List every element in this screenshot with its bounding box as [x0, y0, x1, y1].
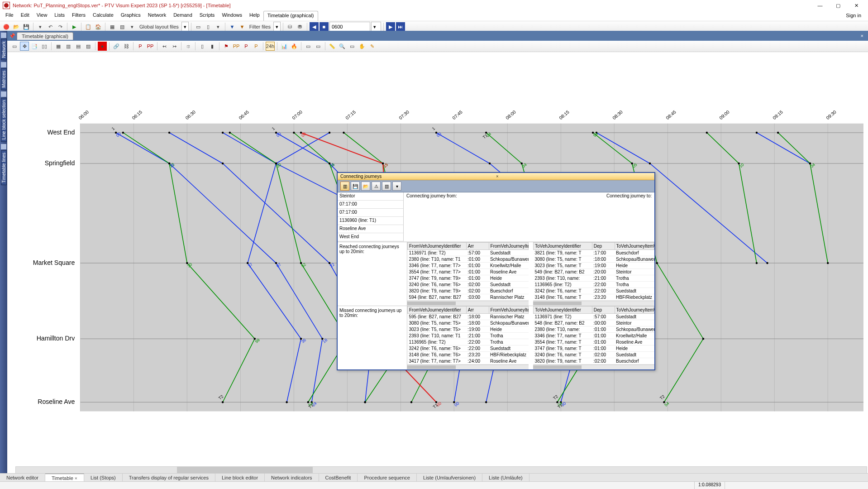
- table-row[interactable]: 3080 (line: T5, name: T5>:18:00Schkopau/…: [408, 320, 529, 326]
- tt-link-icon[interactable]: 🔗: [112, 42, 121, 51]
- tt-pan-icon[interactable]: ✋: [358, 42, 367, 51]
- tt-flag1-icon[interactable]: ⚑: [222, 42, 231, 51]
- hscroll[interactable]: [533, 301, 654, 306]
- tt-ruler-icon[interactable]: 📏: [328, 42, 337, 51]
- menu-windows[interactable]: Windows: [218, 11, 246, 21]
- menu-scripts[interactable]: Scripts: [196, 11, 219, 21]
- tt-cursor-icon[interactable]: ▭: [10, 42, 19, 51]
- cj-close-icon[interactable]: ×: [496, 174, 652, 179]
- table-row[interactable]: 3821 (line: T9, name: T:17:00Bueschdorf: [534, 250, 654, 256]
- table-row[interactable]: 3554 (line: T7, name: T7>:01:00Roseline …: [408, 269, 529, 275]
- hscroll[interactable]: [407, 301, 529, 306]
- paste-icon[interactable]: 📋: [84, 22, 93, 31]
- tt-sel-icon[interactable]: ▭: [348, 42, 357, 51]
- pin-icon[interactable]: 📌: [9, 33, 15, 39]
- sidebar-icon[interactable]: [1, 144, 6, 149]
- btab-transfers[interactable]: Transfers display of regular services: [123, 474, 215, 482]
- time-prev-icon[interactable]: ◀: [310, 22, 319, 31]
- stringline-chart[interactable]: 06:0006:1506:3006:4507:0007:1507:3007:45…: [7, 52, 868, 474]
- btab-costbenefit[interactable]: CostBenefit: [319, 474, 358, 482]
- redo-icon[interactable]: ↷: [56, 22, 65, 31]
- funnel2-icon[interactable]: ▼: [238, 22, 247, 31]
- time-play-icon[interactable]: ▶: [386, 22, 395, 31]
- cj-missed-to-table[interactable]: ToVehJourneyIdentifierDepToVehJourneyIte…: [533, 306, 654, 364]
- time-stop-icon[interactable]: ■: [320, 22, 329, 31]
- new-icon[interactable]: 🔴: [2, 22, 11, 31]
- grid-icon[interactable]: ▦: [108, 22, 117, 31]
- cj-titlebar[interactable]: Connecting journeys ×: [338, 173, 654, 180]
- menu-timetable-graphical[interactable]: Timetable (graphical): [263, 11, 318, 21]
- table-row[interactable]: 595 (line: B27, name: B27:18:00Rannische…: [408, 314, 529, 320]
- grid2-icon[interactable]: ▧: [118, 22, 127, 31]
- cj-reached-from-table[interactable]: FromVehJourneyIdentifierArrFromVehJourne…: [407, 242, 529, 301]
- menu-edit[interactable]: Edit: [17, 11, 33, 21]
- filter2-icon[interactable]: ▯: [204, 22, 213, 31]
- home-icon[interactable]: 🏠: [94, 22, 103, 31]
- table-row[interactable]: 3023 (line: T5, name: T5>:19:00Heide: [408, 326, 529, 333]
- menu-network[interactable]: Network: [144, 11, 170, 21]
- table-row[interactable]: 3820 (line: T9, name: T9>:02:00Bueschdor…: [408, 288, 529, 294]
- filter-dropdown[interactable]: ▾: [273, 22, 281, 32]
- menu-view[interactable]: View: [33, 11, 51, 21]
- btab-lineblock[interactable]: Line block editor: [215, 474, 265, 482]
- sidebar-tab-matrices[interactable]: Matrices: [1, 68, 7, 90]
- tt-vgrid1-icon[interactable]: ▯: [198, 42, 207, 51]
- tt-grid3-icon[interactable]: ▤: [74, 42, 83, 51]
- dropdown-icon[interactable]: ▾: [36, 22, 45, 31]
- tt-grid2-icon[interactable]: ▥: [64, 42, 73, 51]
- tt-chart-icon[interactable]: 📊: [280, 42, 289, 51]
- menu-graphics[interactable]: Graphics: [117, 11, 144, 21]
- options-icon[interactable]: ▾: [128, 22, 137, 31]
- cj-tool-select-icon[interactable]: ▥: [340, 182, 349, 191]
- sidebar-icon[interactable]: [1, 62, 6, 67]
- db-icon[interactable]: ⛁: [286, 22, 295, 31]
- chart-hscroll[interactable]: [15, 466, 867, 474]
- table-row[interactable]: 594 (line: B27, name: B27:03:00Rannische…: [408, 294, 529, 301]
- tt-columns-icon[interactable]: ⎅: [184, 42, 193, 51]
- play-icon[interactable]: ▶: [70, 22, 79, 31]
- table-row[interactable]: 3417 (line: T7, name: T7>:24:00Roseline …: [408, 358, 529, 364]
- tt-vgrid2-icon[interactable]: ▮: [208, 42, 217, 51]
- tt-record-icon[interactable]: ●: [98, 42, 107, 51]
- table-row[interactable]: 3747 (line: T9, name: T9>:01:00Heide: [408, 275, 529, 282]
- table-row[interactable]: 2380 (line: T10, name::01:00Schkopau/Bun…: [534, 326, 654, 333]
- cj-tool-save-icon[interactable]: 💾: [351, 182, 360, 191]
- table-row[interactable]: 1136965 (line: T2):22:00Trotha: [408, 339, 529, 345]
- tt-notes-icon[interactable]: 📑: [30, 42, 39, 51]
- table-row[interactable]: 1136971 (line: T2):57:00Suedstadt: [408, 250, 529, 256]
- table-row[interactable]: 3148 (line: T6, name: T6>:23:20HBF/Riebe…: [408, 352, 529, 358]
- filter-icon[interactable]: ▭: [194, 22, 203, 31]
- cj-tool-open-icon[interactable]: 📂: [361, 182, 370, 191]
- tt-span-left-icon[interactable]: ↢: [160, 42, 169, 51]
- hscroll[interactable]: [407, 364, 529, 369]
- tt-pp4-icon[interactable]: P: [242, 42, 251, 51]
- table-row[interactable]: 3346 (line: T7, name: T:01:00Kroellwitz/…: [534, 333, 654, 339]
- table-row[interactable]: 2380 (line: T10, name: T1:01:00Schkopau/…: [408, 256, 529, 263]
- sidebar-tab-timetable-lines[interactable]: Timetable lines: [1, 150, 7, 185]
- btab-indicators[interactable]: Network indicators: [265, 474, 319, 482]
- tab-timetable[interactable]: Timetable (graphical): [17, 32, 73, 40]
- btab-umlaufver[interactable]: Liste (Umlaufversionen): [417, 474, 482, 482]
- table-row[interactable]: 3747 (line: T9, name: T:01:00Heide: [534, 345, 654, 352]
- table-row[interactable]: 548 (line: B27, name: B2:00:00Steintor: [534, 320, 654, 326]
- sidebar-tab-network[interactable]: Network: [1, 39, 7, 60]
- tt-hand-icon[interactable]: ✥: [20, 42, 29, 51]
- table-row[interactable]: 3240 (line: T6, name: T6>:02:00Suedstadt: [408, 282, 529, 288]
- save-icon[interactable]: 💾: [22, 22, 31, 31]
- tt-pp2-icon[interactable]: PP: [146, 42, 155, 51]
- table-row[interactable]: 1136965 (line: T2):22:00Trotha: [534, 282, 654, 288]
- tt-fire-icon[interactable]: 🔥: [290, 42, 299, 51]
- db2-icon[interactable]: ⛃: [296, 22, 305, 31]
- time-next-icon[interactable]: ⏭: [396, 22, 405, 31]
- funnel-icon[interactable]: ▼: [228, 22, 237, 31]
- table-row[interactable]: 3023 (line: T5, name: T:19:00Heide: [534, 263, 654, 269]
- menu-demand[interactable]: Demand: [170, 11, 196, 21]
- tt-box2-icon[interactable]: ▭: [314, 42, 323, 51]
- table-row[interactable]: 3242 (line: T6, name: T:22:00Suedstadt: [534, 288, 654, 294]
- cj-missed-from-table[interactable]: FromVehJourneyIdentifierArrFromVehJourne…: [407, 306, 529, 364]
- tt-copy-icon[interactable]: ▯▯: [40, 42, 49, 51]
- btab-umlaufe[interactable]: Liste (Umläufe): [482, 474, 529, 482]
- time-spin[interactable]: ▾: [371, 22, 381, 32]
- layout-dropdown[interactable]: ▾: [181, 22, 189, 32]
- tt-span-right-icon[interactable]: ↣: [170, 42, 179, 51]
